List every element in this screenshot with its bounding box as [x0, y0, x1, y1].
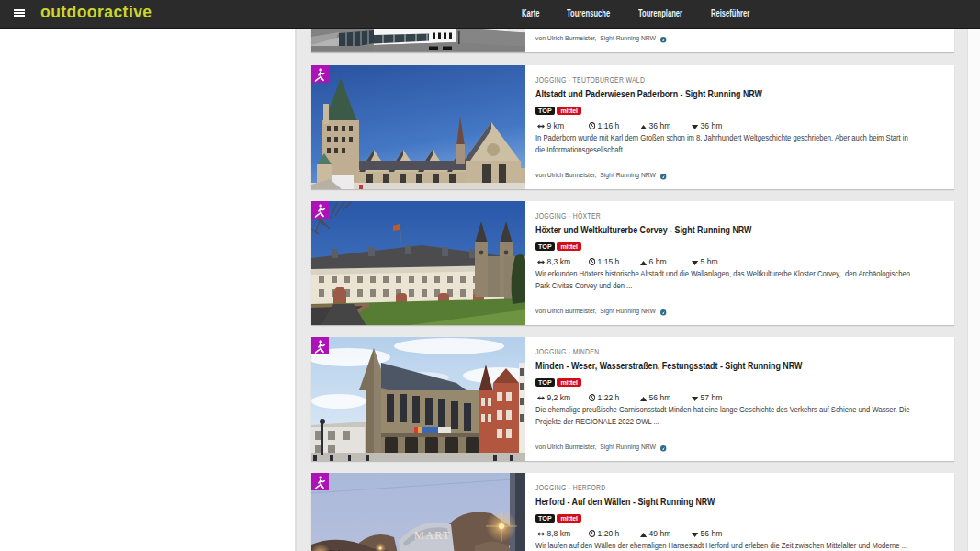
svg-text:MART: MART: [414, 529, 451, 542]
